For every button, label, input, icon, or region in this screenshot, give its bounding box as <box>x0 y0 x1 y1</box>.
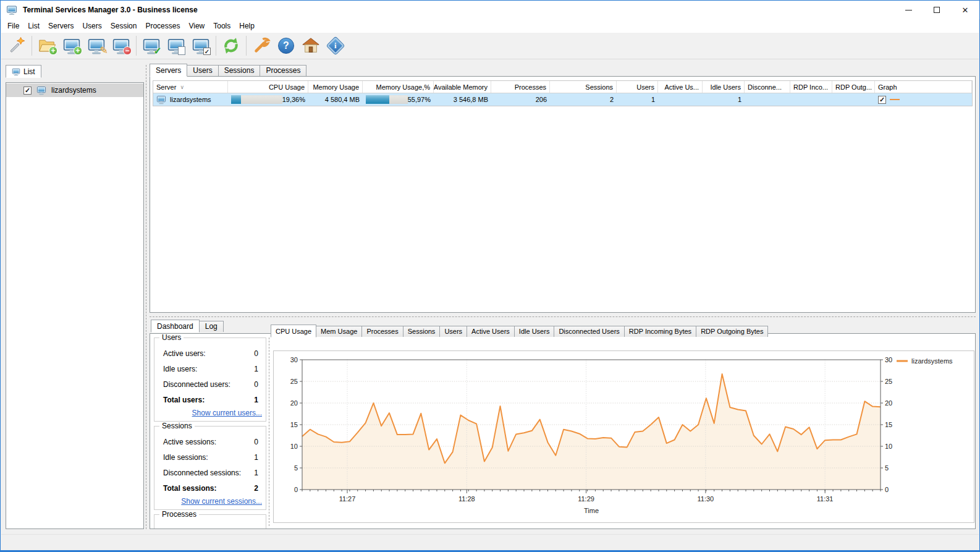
tab-users[interactable]: Users <box>187 65 218 76</box>
menu-item-users[interactable]: Users <box>78 19 106 33</box>
about-button[interactable]: i <box>323 34 348 57</box>
chart-tab-cpu-usage[interactable]: CPU Usage <box>271 325 316 338</box>
sessions-groupbox-title: Sessions <box>159 422 195 430</box>
svg-text:30: 30 <box>885 356 892 363</box>
disconnect-servers-button[interactable] <box>164 34 188 57</box>
toolbar-separator <box>32 36 32 56</box>
menu-item-help[interactable]: Help <box>235 19 259 33</box>
column-header-memory-usage[interactable]: Memory Usage <box>308 81 363 93</box>
chart-tab-rdp-incoming-bytes[interactable]: RDP Incoming Bytes <box>624 326 696 337</box>
settings-button[interactable] <box>249 34 274 57</box>
stat-row: Idle sessions:1 <box>163 449 258 465</box>
chart-tab-users[interactable]: Users <box>439 326 467 337</box>
show-current-sessions-link-row: Show current sessions... <box>154 497 262 506</box>
svg-text:11:27: 11:27 <box>339 495 356 503</box>
svg-text:11:30: 11:30 <box>698 495 714 503</box>
close-button[interactable]: ✕ <box>951 1 979 19</box>
chart-tab-mem-usage[interactable]: Mem Usage <box>316 326 362 337</box>
edit-server-button[interactable]: ✎ <box>84 34 109 57</box>
checkbox-badge-icon: ✓ <box>203 48 211 55</box>
column-header-idle-users[interactable]: Idle Users <box>703 81 745 93</box>
cell-cpu-usage: 19,36% <box>228 93 308 106</box>
horizontal-splitter[interactable] <box>150 316 976 317</box>
cell-disconnected <box>745 93 790 106</box>
column-header-sessions[interactable]: Sessions <box>550 81 617 93</box>
remove-server-button[interactable]: − <box>109 34 133 57</box>
tab-servers[interactable]: Servers <box>150 64 187 77</box>
svg-text:11:31: 11:31 <box>817 495 834 503</box>
column-header-available-memory[interactable]: Available Memory <box>434 81 491 93</box>
vertical-splitter[interactable] <box>146 65 146 529</box>
menu-item-servers[interactable]: Servers <box>44 19 78 33</box>
svg-text:20: 20 <box>885 399 892 407</box>
chart-tab-processes[interactable]: Processes <box>361 326 403 337</box>
chart-tab-idle-users[interactable]: Idle Users <box>514 326 555 337</box>
menu-item-view[interactable]: View <box>184 19 209 33</box>
chart-tab-disconnected-users[interactable]: Disconnected Users <box>554 326 624 337</box>
server-list-panel: ✓ lizardsystems <box>6 82 144 529</box>
server-table-row[interactable]: lizardsystems 19,36% 4 580,4 MB 55,97% 3… <box>153 93 972 106</box>
column-header-rdp-incoming[interactable]: RDP Inco... <box>790 81 832 93</box>
show-current-users-link[interactable]: Show current users... <box>192 409 262 417</box>
column-header-memory-usage-pct[interactable]: Memory Usage,% <box>363 81 434 93</box>
statusbar <box>1 534 979 550</box>
add-server-button[interactable]: + <box>59 34 84 57</box>
chart-tab-rdp-outgoing-bytes[interactable]: RDP Outgoing Bytes <box>696 326 768 337</box>
info-diamond-icon: i <box>327 37 344 54</box>
dashboard-chart-splitter[interactable] <box>269 338 269 526</box>
computer-icon <box>36 85 46 95</box>
svg-text:10: 10 <box>885 443 892 450</box>
menu-item-file[interactable]: File <box>3 19 23 33</box>
menu-item-list[interactable]: List <box>23 19 44 33</box>
toolbar-separator <box>246 36 247 56</box>
refresh-button[interactable] <box>219 34 243 57</box>
tab-log[interactable]: Log <box>199 321 224 332</box>
cell-rdp-outgoing <box>832 93 875 106</box>
home-button[interactable] <box>298 34 323 57</box>
cell-sessions: 2 <box>550 93 617 106</box>
server-checkbox[interactable]: ✓ <box>23 87 32 95</box>
svg-text:15: 15 <box>290 421 298 428</box>
column-header-users[interactable]: Users <box>617 81 658 93</box>
tab-processes[interactable]: Processes <box>260 65 306 76</box>
menu-item-session[interactable]: Session <box>106 19 142 33</box>
sort-down-icon: ∨ <box>180 84 184 90</box>
table-header: Server ∨ CPU Usage Memory Usage Memory U… <box>153 81 972 93</box>
magic-wand-icon <box>7 36 26 55</box>
tab-dashboard[interactable]: Dashboard <box>151 320 200 333</box>
menu-item-tools[interactable]: Tools <box>209 19 235 33</box>
help-button[interactable]: ? <box>274 34 298 57</box>
servers-table: Server ∨ CPU Usage Memory Usage Memory U… <box>153 80 973 106</box>
column-header-server[interactable]: Server ∨ <box>153 81 228 93</box>
tab-sessions[interactable]: Sessions <box>218 65 261 76</box>
wizard-button[interactable] <box>4 34 29 57</box>
column-header-rdp-outgoing[interactable]: RDP Outg... <box>832 81 875 93</box>
maximize-button[interactable] <box>923 1 951 19</box>
stat-row-total: Total users:1 <box>163 392 258 407</box>
select-server-states-button[interactable]: ✓ <box>188 34 213 57</box>
chart-tab-sessions[interactable]: Sessions <box>403 326 441 337</box>
add-group-button[interactable]: + <box>35 34 59 57</box>
server-list-item[interactable]: ✓ lizardsystems <box>6 83 143 97</box>
plus-badge-icon: + <box>74 46 82 55</box>
graph-checkbox[interactable]: ✓ <box>878 96 886 104</box>
column-header-cpu-usage[interactable]: CPU Usage <box>228 81 308 93</box>
cpu-usage-chart-svg: 00551010151520202525303011:2711:2811:291… <box>274 351 974 522</box>
chart-tab-active-users[interactable]: Active Users <box>467 326 515 337</box>
titlebar: Terminal Services Manager 3.0 - Business… <box>1 1 979 19</box>
column-header-graph[interactable]: Graph <box>875 81 972 93</box>
column-header-processes[interactable]: Processes <box>491 81 550 93</box>
minimize-button[interactable] <box>894 1 923 19</box>
help-icon: ? <box>278 38 294 54</box>
column-header-disconnected[interactable]: Disconne... <box>745 81 790 93</box>
menu-item-processes[interactable]: Processes <box>141 19 184 33</box>
tab-list[interactable]: List <box>6 65 41 78</box>
show-current-sessions-link[interactable]: Show current sessions... <box>181 497 262 506</box>
memory-progress-bar <box>366 95 408 104</box>
column-header-active-users[interactable]: Active Us... <box>658 81 703 93</box>
svg-text:25: 25 <box>885 378 892 385</box>
connect-servers-button[interactable]: ✓ <box>139 34 164 57</box>
cell-graph: ✓ <box>875 93 972 106</box>
computer-icon <box>12 67 20 76</box>
svg-text:30: 30 <box>290 356 298 363</box>
